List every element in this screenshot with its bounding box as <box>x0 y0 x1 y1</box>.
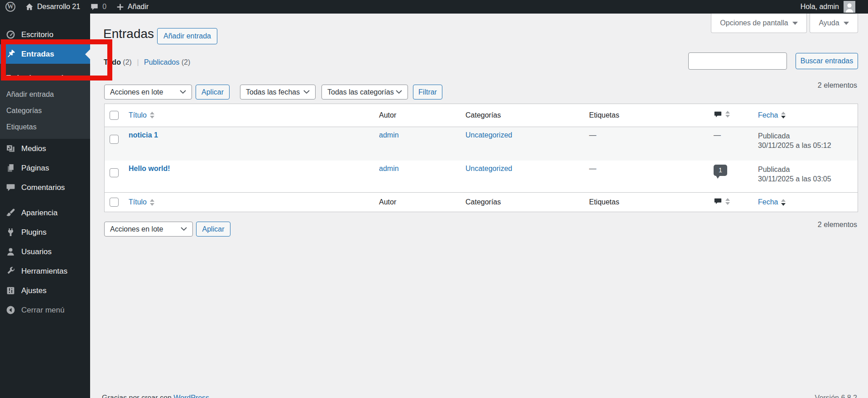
row-title-cell: noticia 1 <box>129 127 379 139</box>
sidebar-item-plugins[interactable]: Plugins <box>0 223 90 242</box>
dates-filter-select[interactable]: Todas las fechas <box>240 85 316 100</box>
plus-icon <box>116 3 124 11</box>
filter-button[interactable]: Filtrar <box>413 85 442 100</box>
header-date-label: Fecha <box>758 111 778 119</box>
footer-version: Versión 6.8.2 <box>815 394 857 398</box>
footer-thanks: Gracias por crear con WordPress. <box>102 394 211 398</box>
add-post-button[interactable]: Añadir entrada <box>157 28 217 44</box>
sort-arrows-icon <box>781 112 786 118</box>
site-name-link[interactable]: Desarrollo 21 <box>25 3 80 11</box>
admin-sidebar: Escritorio Entradas Todas las entradas A… <box>0 14 90 398</box>
help-button[interactable]: Ayuda <box>810 14 858 33</box>
sidebar-item-paginas[interactable]: Páginas <box>0 158 90 178</box>
user-icon <box>5 247 15 257</box>
page-title: Entradas <box>103 27 154 41</box>
sort-by-title-link[interactable]: Título <box>129 111 154 119</box>
sort-by-date-link[interactable]: Fecha <box>758 111 786 119</box>
header-date-label: Fecha <box>758 198 778 206</box>
bulk-actions-select-top[interactable]: Acciones en lote <box>104 85 192 100</box>
category-link[interactable]: Uncategorized <box>465 131 512 139</box>
plugin-icon <box>5 227 15 237</box>
chevron-down-icon <box>180 90 186 94</box>
row-checkbox[interactable] <box>110 168 119 177</box>
row-comments-cell: 1 <box>714 161 758 176</box>
row-checkbox-cell <box>105 161 129 177</box>
bulk-actions-select-bottom[interactable]: Acciones en lote <box>104 222 193 237</box>
sidebar-item-usuarios[interactable]: Usuarios <box>0 242 90 261</box>
row-category-cell: Uncategorized <box>465 161 589 173</box>
account-greeting[interactable]: Hola, admin <box>801 3 839 11</box>
header-comments <box>714 110 758 120</box>
avatar[interactable] <box>844 1 855 13</box>
sidebar-item-medios[interactable]: Medios <box>0 139 90 158</box>
submenu-etiquetas[interactable]: Etiquetas <box>0 119 90 135</box>
comment-count-badge[interactable]: 1 <box>714 165 727 176</box>
table-header-row: Título Autor Categorías Etiquetas Fecha <box>105 104 858 127</box>
chevron-down-icon <box>844 22 849 25</box>
view-all-link[interactable]: Todo <box>104 58 121 66</box>
chevron-down-icon <box>396 90 402 94</box>
wordpress-link[interactable]: WordPress. <box>173 394 211 398</box>
new-content-menu[interactable]: Añadir <box>116 3 149 11</box>
home-icon <box>25 3 34 11</box>
entradas-submenu: Todas las entradas Añadir entrada Catego… <box>0 64 90 139</box>
sidebar-item-apariencia[interactable]: Apariencia <box>0 203 90 223</box>
sidebar-item-label: Apariencia <box>21 208 58 218</box>
sidebar-item-entradas[interactable]: Entradas <box>0 44 90 64</box>
sidebar-item-cerrar-menu[interactable]: Cerrar menú <box>0 300 90 320</box>
view-published-count: (2) <box>182 58 191 66</box>
wordpress-logo-menu[interactable]: W <box>5 2 15 12</box>
apply-button-top[interactable]: Aplicar <box>196 85 230 100</box>
author-link[interactable]: admin <box>379 131 399 139</box>
sidebar-item-ajustes[interactable]: Ajustes <box>0 281 90 300</box>
header-author: Autor <box>379 111 465 119</box>
search-posts-button[interactable]: Buscar entradas <box>796 53 858 69</box>
comment-bubble-icon <box>714 197 722 205</box>
wrench-icon <box>5 266 15 276</box>
sidebar-item-label: Cerrar menú <box>21 306 64 315</box>
view-published-link[interactable]: Publicados <box>144 58 179 66</box>
comment-bubble-icon <box>714 110 722 118</box>
author-link[interactable]: admin <box>379 165 399 172</box>
submenu-label: Todas las entradas <box>6 74 72 82</box>
sort-by-comments-link[interactable] <box>714 110 730 118</box>
sort-arrows-icon <box>725 111 730 118</box>
collapse-menu-icon <box>5 305 15 315</box>
categories-filter-select[interactable]: Todas las categorías <box>321 85 408 100</box>
bulk-actions-value: Acciones en lote <box>110 88 163 96</box>
row-checkbox[interactable] <box>110 135 119 144</box>
footer-thanks-text: Gracias por crear con <box>102 394 173 398</box>
posts-table: Título Autor Categorías Etiquetas Fecha … <box>104 104 858 212</box>
category-link[interactable]: Uncategorized <box>465 165 512 172</box>
post-date: 30/11/2025 a las 03:05 <box>758 174 854 184</box>
submenu-categorias[interactable]: Categorías <box>0 103 90 119</box>
row-author-cell: admin <box>379 161 465 173</box>
sort-by-comments-link[interactable] <box>714 197 730 205</box>
select-all-checkbox[interactable] <box>110 198 119 207</box>
sort-arrows-icon <box>150 112 154 118</box>
header-title: Título <box>129 198 379 206</box>
post-title-link[interactable]: Hello world! <box>129 165 170 172</box>
sidebar-item-label: Ajustes <box>21 286 47 295</box>
admin-bar-comments[interactable]: 0 <box>90 3 106 11</box>
sidebar-item-herramientas[interactable]: Herramientas <box>0 261 90 281</box>
sort-by-date-link[interactable]: Fecha <box>758 198 786 206</box>
chevron-down-icon <box>303 90 310 94</box>
table-row: noticia 1 admin Uncategorized — — Public… <box>105 127 858 161</box>
sort-by-title-link[interactable]: Título <box>129 198 154 206</box>
search-posts-input[interactable] <box>688 52 787 70</box>
menu-separator <box>0 197 90 203</box>
apply-button-bottom[interactable]: Aplicar <box>196 222 230 237</box>
sidebar-item-escritorio[interactable]: Escritorio <box>0 25 90 44</box>
items-count-bottom: 2 elementos <box>818 221 857 229</box>
post-title-link[interactable]: noticia 1 <box>129 131 158 139</box>
screen-options-button[interactable]: Opciones de pantalla <box>711 14 807 33</box>
sidebar-item-comentarios[interactable]: Comentarios <box>0 178 90 197</box>
select-all-checkbox[interactable] <box>110 111 119 120</box>
submenu-todas-las-entradas[interactable]: Todas las entradas <box>0 70 90 86</box>
post-date: 30/11/2025 a las 05:12 <box>758 141 854 150</box>
categories-filter-value: Todas las categorías <box>327 88 394 96</box>
settings-sliders-icon <box>5 286 15 296</box>
submenu-anadir-entrada[interactable]: Añadir entrada <box>0 86 90 103</box>
row-checkbox-cell <box>105 127 129 144</box>
